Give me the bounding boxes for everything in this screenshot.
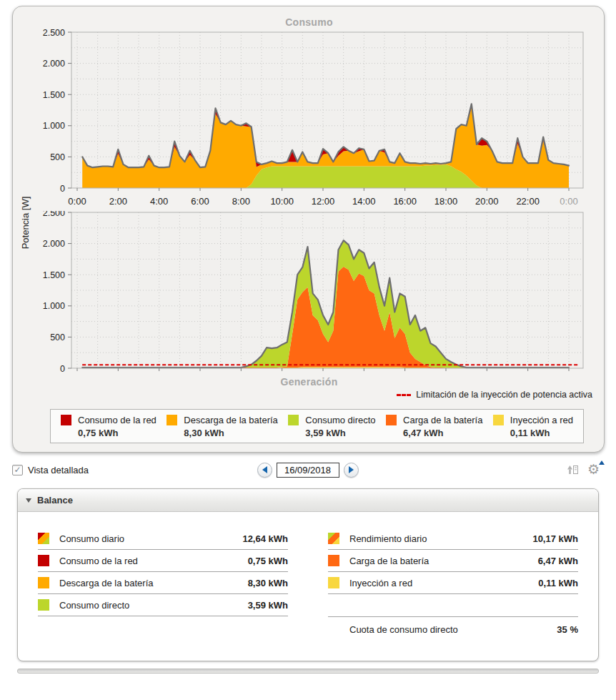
svg-text:1.500: 1.500 <box>43 270 65 280</box>
svg-text:0:00: 0:00 <box>560 196 577 207</box>
next-day-button[interactable] <box>344 463 359 478</box>
balance-label: Rendimiento diario <box>349 533 532 544</box>
balance-label: Descarga de la batería <box>59 578 248 588</box>
detail-view-label: Vista detallada <box>28 465 89 475</box>
date-input[interactable] <box>277 463 339 478</box>
svg-text:12:00: 12:00 <box>312 196 335 207</box>
balance-row: Inyección a red0,11 kWh <box>328 572 578 594</box>
svg-text:14:00: 14:00 <box>352 196 376 207</box>
balance-title: Balance <box>37 495 73 506</box>
dashed-line-icon <box>397 394 411 396</box>
legend-item: Inyección a red0,11 kWh <box>493 415 573 438</box>
legend-item: Descarga de la batería8,30 kWh <box>167 415 278 438</box>
legend-label: Descarga de la batería <box>184 415 278 425</box>
balance-label: Consumo directo <box>59 600 248 611</box>
balance-row: Carga de la batería6,47 kWh <box>328 550 578 572</box>
svg-text:1.000: 1.000 <box>43 121 65 131</box>
right-arrow-icon <box>349 466 354 473</box>
balance-swatch <box>328 555 339 566</box>
legend-value: 8,30 kWh <box>184 428 278 438</box>
balance-swatch <box>328 577 339 588</box>
balance-header[interactable]: Balance <box>18 489 598 512</box>
svg-text:2.500: 2.500 <box>43 29 65 38</box>
svg-text:18:00: 18:00 <box>434 196 458 207</box>
svg-text:20:00: 20:00 <box>475 196 499 207</box>
svg-text:1.500: 1.500 <box>43 90 65 100</box>
balance-row: Consumo de la red0,75 kWh <box>38 550 288 572</box>
gear-icon: ⚙ <box>587 462 600 477</box>
left-arrow-icon <box>262 466 267 473</box>
balance-swatch <box>38 533 49 544</box>
legend-swatch <box>288 415 299 425</box>
svg-text:0: 0 <box>60 184 65 194</box>
legend-label: Carga de la batería <box>403 415 482 425</box>
balance-value: 0,11 kWh <box>538 578 578 588</box>
generacion-chart: 05001.0001.5002.0002.500 <box>21 211 597 375</box>
collapsed-panel-bar[interactable] <box>17 669 599 674</box>
balance-label: Inyección a red <box>349 578 538 588</box>
diagram-settings-icon[interactable]: ⚙ <box>587 463 603 477</box>
balance-row: Consumo diario12,64 kWh <box>38 528 288 550</box>
publish-icon[interactable] <box>566 463 580 477</box>
svg-text:1.000: 1.000 <box>43 301 65 311</box>
date-navigation <box>257 463 359 478</box>
legend-item: Consumo directo3,59 kWh <box>288 415 375 438</box>
generacion-title-row: Generación Limitación de la inyección de… <box>21 376 597 405</box>
generacion-chart-title: Generación <box>21 376 597 388</box>
balance-swatch <box>38 555 49 566</box>
limit-line-label: Limitación de la inyección de potencia a… <box>416 390 592 400</box>
legend-swatch <box>493 415 504 425</box>
balance-row: Rendimiento diario10,17 kWh <box>328 528 578 550</box>
legend-value: 0,75 kWh <box>78 428 157 438</box>
balance-label: Carga de la batería <box>349 556 538 566</box>
svg-text:22:00: 22:00 <box>516 196 540 207</box>
legend-swatch <box>61 415 71 425</box>
balance-row: Descarga de la batería8,30 kWh <box>38 572 288 594</box>
prev-day-button[interactable] <box>257 463 272 478</box>
legend-value: 0,11 kWh <box>510 428 573 438</box>
legend-item: Consumo de la red0,75 kWh <box>61 415 157 438</box>
svg-text:2.500: 2.500 <box>43 211 65 218</box>
balance-value: 6,47 kWh <box>538 556 578 566</box>
svg-text:0: 0 <box>60 364 65 374</box>
plot-chart-consumo: 05001.0001.5002.0002.5000:002:004:006:00… <box>21 29 593 211</box>
svg-text:500: 500 <box>50 152 65 162</box>
svg-text:2.000: 2.000 <box>43 239 65 249</box>
legend-label: Consumo de la red <box>78 415 157 425</box>
toolbar-icons: ⚙ <box>566 463 603 477</box>
svg-text:10:00: 10:00 <box>270 196 294 207</box>
svg-text:8:00: 8:00 <box>232 196 250 207</box>
legend-value: 3,59 kWh <box>305 428 375 438</box>
legend-swatch <box>386 415 397 425</box>
y-axis-label: Potencia [W] <box>20 191 31 255</box>
controls-row: ✓ Vista detallada ⚙ <box>12 460 603 480</box>
balance-swatch <box>328 533 339 544</box>
balance-spacer <box>328 594 578 616</box>
balance-label: Consumo de la red <box>59 556 248 566</box>
balance-label: Consumo diario <box>59 533 242 544</box>
checkbox-checked-icon[interactable]: ✓ <box>12 465 23 475</box>
limit-line-legend: Limitación de la inyección de potencia a… <box>397 390 592 400</box>
detail-view-toggle[interactable]: ✓ Vista detallada <box>12 465 89 475</box>
chart-legend: Consumo de la red0,75 kWhDescarga de la … <box>50 409 584 443</box>
legend-swatch <box>167 415 177 425</box>
quota-value: 35 % <box>557 624 578 635</box>
svg-text:500: 500 <box>50 332 65 342</box>
expand-triangle-icon <box>599 460 605 465</box>
legend-label: Inyección a red <box>510 415 573 425</box>
balance-swatch <box>38 577 49 588</box>
svg-text:4:00: 4:00 <box>150 196 168 207</box>
svg-text:2.000: 2.000 <box>43 59 65 69</box>
diagram-panel: Potencia [W] Consumo 05001.0001.5002.000… <box>12 6 605 453</box>
plot-chart-generacion: 05001.0001.5002.0002.500 <box>21 211 593 375</box>
svg-text:0:00: 0:00 <box>68 196 86 207</box>
quota-label: Cuota de consumo directo <box>328 624 557 635</box>
svg-text:2:00: 2:00 <box>109 196 127 207</box>
balance-body: Consumo diario12,64 kWhConsumo de la red… <box>18 512 598 661</box>
balance-row: Consumo directo3,59 kWh <box>38 594 288 616</box>
balance-value: 3,59 kWh <box>248 600 288 611</box>
legend-item: Carga de la batería6,47 kWh <box>386 415 482 438</box>
quota-row: Cuota de consumo directo35 % <box>328 616 578 642</box>
svg-text:16:00: 16:00 <box>393 196 417 207</box>
balance-value: 12,64 kWh <box>242 533 288 544</box>
